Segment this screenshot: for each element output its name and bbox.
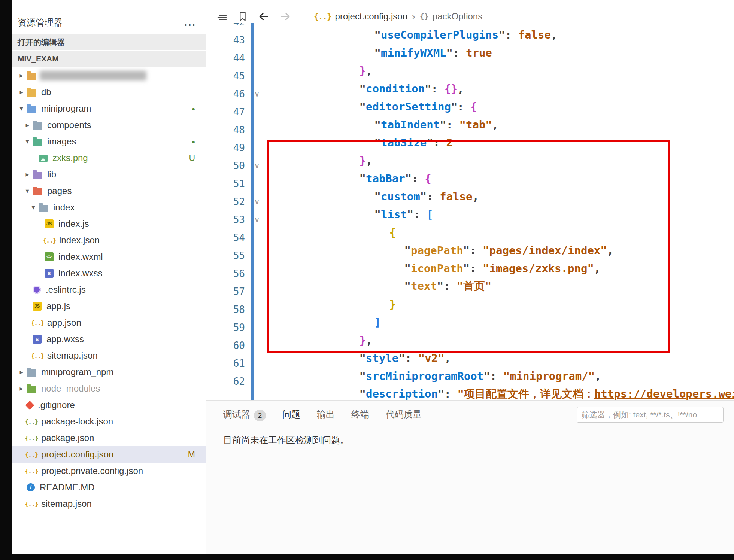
tree-row[interactable]: {..} sitemap.json [12,347,206,364]
line-number: 44 [206,52,245,64]
outline-icon[interactable] [216,11,228,22]
code-token: false [518,28,551,41]
panel-tab[interactable]: 终端 [351,408,369,424]
code-line-content: devtools/projectconfig.html" [263,380,542,400]
chevron-right-icon: › [411,11,416,22]
project-section-header[interactable]: MIV_EXAM [12,51,206,67]
bookmark-icon[interactable] [237,11,248,22]
panel-tab-label: 代码质量 [386,408,422,424]
back-arrow-icon[interactable] [258,10,270,22]
folder-icon [33,188,42,195]
app-window: 资源管理器 ⋯ 打开的编辑器 MIV_EXAM ▸ ▸ db [12,0,734,554]
code-area[interactable]: 42 "useCompilerPlugins": false, 43 "mini… [206,23,734,400]
panel-tab[interactable]: 调试器 2 [223,408,266,424]
bottom-panel: 调试器 2 问题 输出 终端 代码质量 目前尚未在工作 [206,400,734,554]
tree-row[interactable]: ▾ images ● [12,133,206,150]
panel-tab[interactable]: 问题 [282,408,300,424]
panel-tab-label: 调试器 [223,408,250,424]
folder-icon [27,89,36,97]
panel-tab[interactable]: 代码质量 [386,408,422,424]
breadcrumb-symbol[interactable]: packOptions [433,11,482,22]
tree-item-label: sitemap.json [41,499,92,509]
tree-row[interactable]: {..} package.json [12,430,206,446]
tree-row[interactable]: ▸ miniprogram_npm [12,364,206,380]
git-status-badge: ● [192,139,195,145]
sidebar-title: 资源管理器 [18,16,63,28]
js-icon: JS [45,219,54,228]
panel-tab[interactable]: 输出 [317,408,335,424]
forward-arrow-icon[interactable] [279,10,291,22]
wxml-icon: <> [45,252,54,261]
folder-icon [39,205,48,212]
tree-row[interactable]: ▸ [12,67,206,84]
tree-row[interactable]: {..} app.json [12,314,206,331]
line-number: 42 [206,23,245,28]
tree-row[interactable]: {..} project.private.config.json [12,463,206,479]
explorer-sidebar: 资源管理器 ⋯ 打开的编辑器 MIV_EXAM ▸ ▸ db [12,0,206,554]
tree-row[interactable]: S app.wxss [12,331,206,347]
tree-expand-arrow[interactable]: ▾ [22,187,33,195]
tree-row[interactable]: ▸ db [12,84,206,100]
folder-icon [27,386,36,393]
tree-row[interactable]: zxks.png U [12,150,206,166]
tree-row[interactable]: JS index.js [12,216,206,232]
tree-expand-arrow[interactable]: ▸ [16,368,27,376]
problems-filter-input[interactable] [577,407,724,423]
tree-expand-arrow[interactable]: ▸ [16,71,27,80]
tree-row[interactable]: .eslintrc.js [12,281,206,298]
problems-message: 目前尚未在工作区检测到问题。 [206,424,734,446]
fold-chevron-icon[interactable]: ∨ [245,197,263,206]
tree-row[interactable]: ▾ index [12,199,206,216]
panel-tab-label: 问题 [282,408,300,424]
panel-tab-label: 终端 [351,408,369,424]
json-icon: {..} [33,318,42,327]
fold-chevron-icon[interactable]: ∨ [245,89,263,98]
tree-row[interactable]: ▸ lib [12,166,206,183]
tree-expand-arrow[interactable]: ▸ [16,384,27,393]
code-token: , [551,28,557,41]
eslint-icon [33,286,41,294]
tree-item-label: lib [47,169,56,180]
image-icon [39,155,48,162]
fold-chevron-icon[interactable]: ∨ [245,215,263,224]
file-tree: ▸ ▸ db ▾ miniprogram ● [12,67,206,512]
wxss-icon: S [45,269,54,278]
more-actions-icon[interactable]: ⋯ [184,21,196,28]
code-token: } [389,298,396,311]
code-editor: {..} project.config.json › {} packOption… [206,0,734,400]
tree-row[interactable]: ▾ miniprogram ● [12,100,206,117]
tree-item-label: .gitignore [38,400,75,410]
code-token: , [594,262,600,275]
tree-row[interactable]: JS app.js [12,298,206,314]
tree-row[interactable]: {..} sitemap.json [12,496,206,512]
tree-row[interactable]: .gitignore [12,397,206,413]
tree-item-label: index.json [59,235,100,246]
tree-expand-arrow[interactable]: ▾ [28,203,39,211]
tree-item-label: app.json [47,317,81,328]
tree-item-label: images [47,136,76,147]
tree-row[interactable]: ▸ compoents [12,117,206,133]
tree-row[interactable]: {..} index.json [12,232,206,249]
breadcrumb-filename[interactable]: project.config.json [335,11,407,22]
code-token: "首页" [457,280,491,292]
tree-expand-arrow[interactable]: ▸ [16,88,27,96]
tree-row[interactable]: ▸ node_modules [12,380,206,397]
tree-item-label: node_modules [41,383,100,394]
tree-row[interactable]: {..} project.config.json M [12,446,206,463]
tree-item-label: sitemap.json [47,350,98,361]
fold-chevron-icon[interactable]: ∨ [245,161,263,170]
tree-row[interactable]: <> index.wxml [12,249,206,265]
tree-expand-arrow[interactable]: ▸ [22,121,33,129]
tree-row[interactable]: {..} package-lock.json [12,413,206,430]
open-editors-section-header[interactable]: 打开的编辑器 [12,34,206,50]
line-number: 45 [206,70,245,82]
tree-row[interactable]: ▾ pages [12,183,206,199]
tree-expand-arrow[interactable]: ▾ [22,137,33,146]
tree-row[interactable]: S index.wxss [12,265,206,281]
tree-item-label: db [41,87,51,97]
tree-row[interactable]: i README.MD [12,479,206,496]
sidebar-header: 资源管理器 ⋯ [12,0,206,34]
tree-expand-arrow[interactable]: ▾ [16,104,27,113]
folder-icon [33,172,42,179]
tree-expand-arrow[interactable]: ▸ [22,170,33,179]
